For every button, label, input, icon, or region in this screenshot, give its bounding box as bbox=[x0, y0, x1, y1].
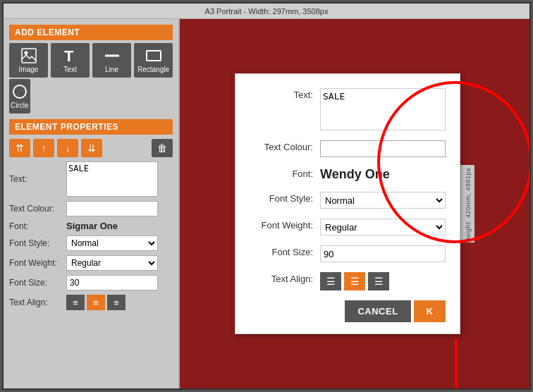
canvas-area: Text: SALE Text Colour: Font: Wendy One … bbox=[180, 19, 529, 388]
add-element-row2: Circle bbox=[9, 79, 173, 114]
font-dialog: Text: SALE Text Colour: Font: Wendy One … bbox=[235, 73, 460, 334]
font-prop-row: Font: Sigmar One bbox=[9, 221, 173, 231]
dialog-colour-row: Text Colour: bbox=[250, 140, 446, 157]
svg-text:T: T bbox=[64, 47, 74, 64]
font-size-prop-row: Font Size: bbox=[9, 275, 173, 290]
dialog-font-size-label: Font Size: bbox=[250, 245, 313, 257]
font-value: Sigmar One bbox=[66, 221, 118, 231]
dialog-font-size-input[interactable] bbox=[320, 245, 446, 262]
align-left-button[interactable]: ≡ bbox=[66, 295, 85, 310]
dialog-align-center-button[interactable]: ☰ bbox=[344, 272, 365, 290]
red-arrow bbox=[455, 339, 458, 388]
dialog-font-style-row: Font Style: Normal Italic bbox=[250, 192, 446, 209]
dialog-font-size-row: Font Size: bbox=[250, 245, 446, 262]
top-bar: A3 Portrait - Width: 297mm, 3508px bbox=[4, 4, 529, 19]
dialog-text-align-row: Text Align: ☰ ☰ ☰ bbox=[250, 272, 446, 290]
right-ruler: Height: 420mm, 4961px bbox=[460, 165, 474, 243]
font-weight-select[interactable]: Regular Bold bbox=[66, 255, 158, 271]
move-up-button[interactable]: ↑ bbox=[33, 139, 54, 157]
circle-icon bbox=[11, 83, 28, 100]
text-colour-prop-row: Text Colour: bbox=[9, 201, 173, 216]
move-down-button[interactable]: ↓ bbox=[57, 139, 78, 157]
text-align-label: Text Align: bbox=[9, 298, 62, 307]
image-label: Image bbox=[19, 66, 39, 73]
dialog-text-row: Text: SALE bbox=[250, 88, 446, 130]
dialog-align-right-button[interactable]: ☰ bbox=[368, 272, 389, 290]
ruler-label: Height: 420mm, 4961px bbox=[465, 168, 472, 243]
add-text-button[interactable]: T Text bbox=[51, 43, 90, 78]
dialog-colour-input[interactable] bbox=[320, 140, 446, 157]
text-colour-label: Text Colour: bbox=[9, 204, 62, 214]
dialog-text-align-label: Text Align: bbox=[250, 272, 313, 284]
image-icon bbox=[20, 47, 37, 64]
text-prop-row: Text: SALE bbox=[9, 161, 173, 197]
add-circle-button[interactable]: Circle bbox=[9, 79, 30, 114]
text-colour-input[interactable] bbox=[66, 201, 158, 216]
dialog-text-input[interactable]: SALE bbox=[320, 88, 446, 130]
add-element-header: ADD ELEMENT bbox=[9, 25, 173, 40]
svg-point-1 bbox=[24, 51, 27, 55]
dialog-font-row: Font: Wendy One bbox=[250, 167, 446, 182]
font-size-input[interactable] bbox=[66, 275, 158, 290]
font-prop-label: Font: bbox=[9, 221, 62, 231]
font-style-prop-row: Font Style: Normal Italic bbox=[9, 235, 173, 251]
line-icon bbox=[104, 47, 121, 64]
font-weight-label: Font Weight: bbox=[9, 258, 62, 268]
text-prop-input[interactable]: SALE bbox=[66, 161, 158, 197]
ok-button[interactable]: K bbox=[414, 300, 446, 322]
dialog-font-style-select[interactable]: Normal Italic bbox=[320, 192, 446, 209]
dialog-align-left-button[interactable]: ☰ bbox=[320, 272, 341, 290]
dialog-font-style-label: Font Style: bbox=[250, 192, 313, 204]
line-label: Line bbox=[105, 66, 118, 73]
svg-point-5 bbox=[13, 85, 26, 98]
dialog-font-weight-row: Font Weight: Regular Bold bbox=[250, 219, 446, 235]
cancel-button[interactable]: CANCEL bbox=[345, 300, 410, 322]
dialog-align-buttons: ☰ ☰ ☰ bbox=[320, 272, 389, 290]
dialog-text-label: Text: bbox=[250, 88, 313, 100]
element-properties-section: ELEMENT PROPERTIES ⇈ ↑ ↓ ⇊ 🗑 Text: SALE … bbox=[9, 119, 173, 310]
text-prop-label: Text: bbox=[9, 174, 62, 184]
svg-rect-0 bbox=[22, 49, 36, 63]
add-element-section: ADD ELEMENT Image T Tex bbox=[9, 25, 173, 114]
dialog-buttons: CANCEL K bbox=[250, 300, 446, 322]
font-weight-prop-row: Font Weight: Regular Bold bbox=[9, 255, 173, 271]
add-image-button[interactable]: Image bbox=[9, 43, 48, 78]
dialog-font-weight-select[interactable]: Regular Bold bbox=[320, 219, 446, 235]
dialog-font-weight-label: Font Weight: bbox=[250, 219, 313, 231]
left-panel: ADD ELEMENT Image T Tex bbox=[4, 19, 180, 388]
svg-rect-4 bbox=[147, 51, 161, 61]
font-style-label: Font Style: bbox=[9, 238, 62, 248]
add-line-button[interactable]: Line bbox=[92, 43, 131, 78]
move-top-button[interactable]: ⇈ bbox=[9, 139, 30, 157]
text-align-buttons: ≡ ≡ ≡ bbox=[66, 295, 125, 310]
font-style-select[interactable]: Normal Italic bbox=[66, 235, 158, 251]
delete-button[interactable]: 🗑 bbox=[152, 139, 173, 157]
rectangle-label: Rectangle bbox=[137, 66, 169, 73]
text-align-prop-row: Text Align: ≡ ≡ ≡ bbox=[9, 295, 173, 310]
move-bottom-button[interactable]: ⇊ bbox=[81, 139, 102, 157]
font-size-label: Font Size: bbox=[9, 278, 62, 288]
text-icon: T bbox=[62, 47, 79, 64]
text-label: Text bbox=[63, 66, 76, 73]
dialog-colour-label: Text Colour: bbox=[250, 140, 313, 152]
add-rectangle-button[interactable]: Rectangle bbox=[134, 43, 173, 78]
canvas-title: A3 Portrait - Width: 297mm, 3508px bbox=[205, 7, 329, 16]
move-controls: ⇈ ↑ ↓ ⇊ 🗑 bbox=[9, 139, 173, 157]
dialog-font-label: Font: bbox=[250, 167, 313, 179]
align-center-button[interactable]: ≡ bbox=[87, 295, 105, 310]
rectangle-icon bbox=[145, 47, 162, 64]
align-right-button[interactable]: ≡ bbox=[107, 295, 125, 310]
add-element-grid: Image T Text Line bbox=[9, 43, 173, 78]
element-properties-header: ELEMENT PROPERTIES bbox=[9, 119, 173, 135]
circle-label: Circle bbox=[11, 102, 29, 109]
dialog-font-value: Wendy One bbox=[320, 167, 390, 182]
